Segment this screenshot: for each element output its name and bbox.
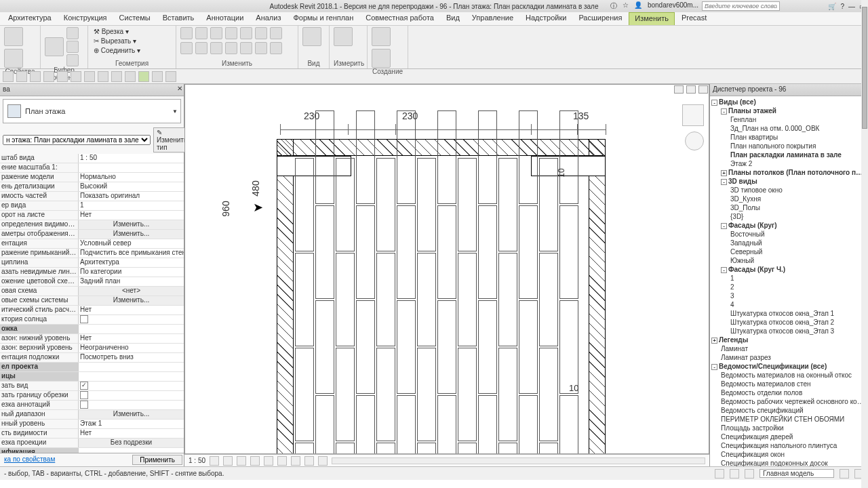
vs-icon-6[interactable]: [277, 456, 287, 466]
prop-value[interactable]: Высокий: [79, 182, 184, 191]
prop-row[interactable]: ер вида1: [0, 201, 184, 211]
tab-struct[interactable]: Конструкция: [58, 12, 113, 25]
prop-value[interactable]: [79, 363, 184, 371]
tree-node[interactable]: Этаж 2: [711, 159, 867, 168]
vs-icon-2[interactable]: [223, 456, 233, 466]
cut-geom-item[interactable]: ✂ Вырезать ▾: [92, 37, 172, 45]
prop-row[interactable]: зать вид: [0, 382, 184, 391]
vs-icon-7[interactable]: [291, 456, 300, 466]
prop-row[interactable]: штаб вида1 : 50: [0, 154, 184, 163]
prop-value[interactable]: [79, 401, 184, 409]
prop-row[interactable]: сть видимостиНет: [0, 429, 184, 439]
tree-node[interactable]: Спецификация окон: [711, 450, 867, 459]
mirror-icon[interactable]: [210, 27, 222, 39]
align-icon[interactable]: [180, 27, 193, 39]
prop-value[interactable]: Задний план: [79, 277, 184, 286]
vc-min-icon[interactable]: [674, 85, 684, 94]
opt-icon-3[interactable]: [30, 71, 41, 82]
expand-icon[interactable]: +: [721, 170, 727, 176]
sb-icon-1[interactable]: [715, 469, 724, 479]
vs-icon-1[interactable]: [210, 456, 219, 466]
prop-row[interactable]: ентацияУсловный север: [0, 239, 184, 249]
prop-row[interactable]: ный диапазонИзменить...: [0, 410, 184, 420]
ungroup-icon[interactable]: [270, 42, 282, 54]
split-icon[interactable]: [225, 27, 237, 39]
minimize-icon[interactable]: —: [848, 3, 855, 10]
tree-node[interactable]: Ведомость рабочих чертежей основного ком…: [711, 397, 867, 406]
tree-node[interactable]: Зд_План на отм. 0.000_ОВК: [711, 124, 867, 133]
star-icon[interactable]: ☆: [623, 1, 629, 11]
vs-icon-4[interactable]: [250, 456, 260, 466]
tree-node[interactable]: Ведомость спецификаций: [711, 406, 867, 415]
nav-wheel[interactable]: [685, 131, 704, 150]
prop-value[interactable]: Архитектура: [79, 258, 184, 267]
prop-value[interactable]: <нет>: [79, 287, 184, 296]
prop-row[interactable]: зать границу обрезки: [0, 391, 184, 401]
tree-node[interactable]: Северный: [711, 247, 867, 256]
opt-icon-6[interactable]: [71, 71, 81, 82]
prop-value[interactable]: [79, 372, 184, 381]
opt-icon-4[interactable]: [43, 71, 54, 82]
checkbox[interactable]: [80, 382, 88, 390]
prop-row[interactable]: ификация: [0, 448, 184, 453]
expand-icon[interactable]: -: [721, 108, 727, 115]
tab-manage[interactable]: Управление: [467, 12, 519, 25]
modify-tool-icon[interactable]: [4, 27, 23, 46]
prop-row[interactable]: ожка: [0, 325, 184, 334]
opt-icon-12[interactable]: [152, 71, 163, 82]
h-scrollbar[interactable]: [332, 458, 705, 464]
tree-node[interactable]: -Фасады (Круг Ч.): [711, 265, 867, 274]
prop-value[interactable]: Изменить...: [79, 220, 184, 229]
opt-icon-1[interactable]: [3, 71, 14, 82]
tree-node[interactable]: Площадь застройки: [711, 424, 867, 432]
offset-icon[interactable]: [195, 27, 208, 39]
workset-select[interactable]: Главная модель: [760, 469, 834, 478]
array-icon[interactable]: [240, 27, 252, 39]
prop-value[interactable]: Изменить...: [79, 296, 184, 305]
tree-node[interactable]: {3D}: [711, 212, 867, 221]
prop-row[interactable]: ень детализацииВысокий: [0, 182, 184, 192]
tab-addins[interactable]: Надстройки: [520, 12, 572, 25]
sb-icon-2[interactable]: [730, 469, 739, 479]
expand-icon[interactable]: -: [721, 267, 727, 273]
cope-item[interactable]: ⚒ Врезка ▾: [92, 27, 172, 36]
prop-row[interactable]: орот на листеНет: [0, 211, 184, 220]
tab-analysis[interactable]: Анализ: [250, 12, 286, 25]
checkbox[interactable]: [80, 315, 88, 323]
tab-massing[interactable]: Формы и генплан: [288, 12, 359, 25]
move-icon[interactable]: [180, 42, 193, 54]
checkbox[interactable]: [80, 391, 88, 399]
prop-value[interactable]: Нет: [79, 211, 184, 220]
prop-value[interactable]: [79, 325, 184, 333]
prop-value[interactable]: Нормально: [79, 173, 184, 182]
tree-node[interactable]: 1: [711, 274, 867, 283]
delete-icon[interactable]: [240, 42, 252, 54]
prop-value[interactable]: Нет: [79, 334, 184, 343]
measure-icon[interactable]: [334, 27, 353, 46]
tab-arch[interactable]: Архитектура: [3, 12, 57, 25]
prop-value[interactable]: Изменить...: [79, 410, 184, 419]
help-icon[interactable]: ?: [840, 3, 844, 10]
prop-row[interactable]: азать невидимые линииПо категории: [0, 268, 184, 277]
prop-row[interactable]: циплинаАрхитектура: [0, 258, 184, 268]
opt-icon-9[interactable]: [111, 71, 122, 82]
prop-row[interactable]: определения видимости/гр...Изменить...: [0, 220, 184, 230]
prop-value[interactable]: [79, 163, 184, 172]
tree-node[interactable]: -Виды (все): [711, 98, 867, 106]
vc-close-icon[interactable]: [698, 85, 708, 94]
drawing-canvas[interactable]: 230 230 135 960 480 10: [184, 84, 709, 454]
prop-value[interactable]: Изменить...: [79, 230, 184, 239]
tree-node[interactable]: План квартиры: [711, 133, 867, 142]
vc-max-icon[interactable]: [686, 85, 696, 94]
tree-node[interactable]: Ведомость материалов на оконный откос: [711, 371, 867, 380]
tree-node[interactable]: Южный: [711, 256, 867, 265]
tree-node[interactable]: 3D_Полы: [711, 203, 867, 212]
prop-value[interactable]: Подчистить все примыкания стен: [79, 249, 184, 258]
cut-icon[interactable]: [66, 27, 79, 39]
tree-node[interactable]: Спецификация дверей: [711, 432, 867, 441]
prop-value[interactable]: 1: [79, 201, 184, 210]
prop-row[interactable]: езка аннотаций: [0, 401, 184, 410]
tree-node[interactable]: Ведомость материалов стен: [711, 380, 867, 388]
prop-value[interactable]: [79, 391, 184, 400]
tree-node[interactable]: Ведомость отделки полов: [711, 388, 867, 397]
